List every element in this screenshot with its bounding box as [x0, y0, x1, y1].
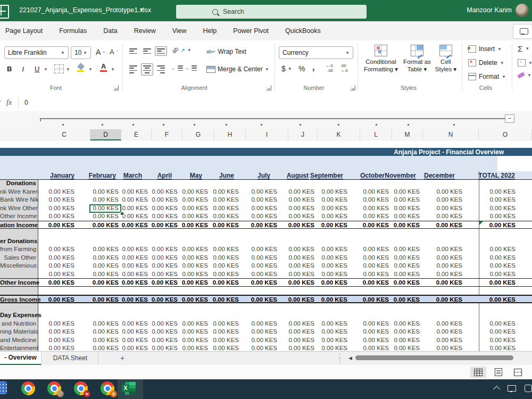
- partial-app-icon[interactable]: [0, 381, 7, 394]
- fill-color-dropdown[interactable]: ▼: [88, 67, 93, 72]
- cell[interactable]: 0.00 KES: [152, 222, 178, 228]
- month-header-may[interactable]: May: [190, 172, 202, 179]
- taskbar-chrome-icon-s[interactable]: S: [101, 381, 115, 396]
- cell[interactable]: 0.00 KES: [122, 296, 148, 303]
- error-flag-icon[interactable]: [479, 221, 483, 225]
- cell[interactable]: 0.00 KES: [394, 196, 420, 203]
- cell[interactable]: 0.00 KES: [363, 254, 389, 261]
- cell[interactable]: 0.00 KES: [122, 328, 148, 335]
- cell[interactable]: 0.00 KES: [93, 337, 119, 343]
- cell[interactable]: 0.00 KES: [48, 320, 74, 327]
- cell[interactable]: 0.00 KES: [251, 188, 277, 195]
- cell[interactable]: 0.00 KES: [182, 213, 208, 219]
- cell[interactable]: 0.00 KES: [182, 254, 208, 261]
- cell[interactable]: 0.00 KES: [213, 328, 239, 335]
- cell[interactable]: 0.00 KES: [251, 205, 277, 211]
- cell[interactable]: 0.00 KES: [213, 296, 239, 303]
- cell[interactable]: 0.00 KES: [321, 213, 347, 219]
- ribbon-tab-page-layout[interactable]: Page Layout: [5, 27, 43, 35]
- cell[interactable]: 0.00 KES: [122, 196, 148, 203]
- month-header-january[interactable]: January: [50, 172, 74, 179]
- cell[interactable]: 0.00 KES: [182, 188, 208, 195]
- delete-cells-button[interactable]: × Delete▼: [468, 59, 504, 66]
- cell[interactable]: 0.00 KES: [182, 262, 208, 269]
- month-header-october[interactable]: October: [360, 172, 385, 179]
- cell[interactable]: 0.00 KES: [394, 320, 420, 327]
- column-header-G[interactable]: G: [182, 129, 214, 140]
- taskbar-chrome-icon-n[interactable]: N: [74, 381, 88, 396]
- cell[interactable]: 0.00 KES: [93, 271, 119, 277]
- cell[interactable]: 0.00 KES: [48, 262, 74, 269]
- cell[interactable]: 0.00 KES: [251, 196, 277, 203]
- cell[interactable]: 0.00 KES: [489, 254, 516, 261]
- cell[interactable]: 0.00 KES: [213, 345, 239, 351]
- cell[interactable]: 0.00 KES: [182, 328, 208, 335]
- cell[interactable]: 0.00 KES: [321, 337, 347, 343]
- network-display-icon[interactable]: [508, 385, 516, 392]
- cell[interactable]: 0.00 KES: [122, 246, 148, 252]
- cell[interactable]: 0.00 KES: [122, 345, 148, 351]
- cell[interactable]: 0.00 KES: [489, 262, 516, 269]
- cell[interactable]: 0.00 KES: [394, 205, 420, 211]
- selected-cell-outline[interactable]: [89, 204, 121, 213]
- month-header-april[interactable]: April: [157, 172, 172, 179]
- percent-style-button[interactable]: %: [297, 63, 306, 74]
- cell[interactable]: 0.00 KES: [288, 246, 314, 252]
- cell[interactable]: 0.00 KES: [363, 246, 389, 252]
- cell[interactable]: 0.00 KES: [321, 246, 347, 252]
- cell[interactable]: 0.00 KES: [152, 345, 178, 351]
- cell[interactable]: 0.00 KES: [489, 213, 516, 219]
- decrease-decimal-button[interactable]: .00→.0: [340, 63, 348, 73]
- cell[interactable]: 0.00 KES: [152, 246, 178, 252]
- cell[interactable]: 0.00 KES: [288, 271, 314, 277]
- cell[interactable]: 0.00 KES: [489, 205, 516, 211]
- ribbon-tab-help[interactable]: Help: [203, 27, 217, 35]
- cell[interactable]: 0.00 KES: [152, 320, 178, 327]
- outline-collapse-button[interactable]: −: [505, 114, 514, 123]
- cell[interactable]: 0.00 KES: [436, 320, 462, 327]
- column-header-C[interactable]: C: [38, 129, 90, 140]
- sheet-tab-data[interactable]: DATA Sheet: [43, 352, 98, 365]
- cell[interactable]: 0.00 KES: [436, 296, 462, 303]
- cell[interactable]: 0.00 KES: [182, 196, 208, 203]
- ribbon-tab-data[interactable]: Data: [103, 27, 117, 35]
- row-label[interactable]: Sales Other: [0, 254, 36, 261]
- cell[interactable]: 0.00 KES: [213, 205, 239, 211]
- cell[interactable]: 0.00 KES: [436, 345, 462, 351]
- cell[interactable]: 0.00 KES: [394, 213, 420, 219]
- cell[interactable]: 0.00 KES: [48, 213, 74, 219]
- row-label[interactable]: Bank Wire Nik: [0, 196, 36, 203]
- cell[interactable]: 0.00 KES: [48, 205, 74, 211]
- user-name[interactable]: Manzoor Karim: [467, 6, 512, 14]
- page-layout-view-button[interactable]: [491, 367, 506, 378]
- cell[interactable]: 0.00 KES: [251, 337, 277, 343]
- cell[interactable]: 0.00 KES: [489, 222, 516, 228]
- orientation-button[interactable]: ab ↗▼: [170, 45, 193, 55]
- cell[interactable]: 0.00 KES: [213, 196, 239, 203]
- align-top-button[interactable]: [128, 47, 139, 55]
- column-header-H[interactable]: H: [214, 129, 246, 140]
- cell[interactable]: 0.00 KES: [436, 222, 462, 228]
- cell[interactable]: 0.00 KES: [363, 337, 389, 343]
- taskbar-chrome-icon[interactable]: [47, 381, 62, 396]
- cell[interactable]: 0.00 KES: [93, 296, 119, 303]
- cell[interactable]: 0.00 KES: [213, 246, 239, 252]
- cell[interactable]: 0.00 KES: [288, 320, 314, 327]
- page-break-view-button[interactable]: [510, 367, 526, 378]
- cell[interactable]: 0.00 KES: [489, 188, 516, 195]
- cell[interactable]: 0.00 KES: [489, 296, 516, 303]
- comments-button[interactable]: [513, 24, 532, 39]
- cell[interactable]: 0.00 KES: [489, 345, 516, 351]
- cell[interactable]: 0.00 KES: [182, 345, 208, 351]
- cell[interactable]: 0.00 KES: [489, 279, 516, 286]
- row-label[interactable]: Other Income: [0, 213, 36, 219]
- total-header[interactable]: TOTAL 2022: [478, 172, 515, 179]
- cell[interactable]: 0.00 KES: [48, 188, 74, 195]
- borders-icon[interactable]: [54, 64, 64, 73]
- enter-check-icon[interactable]: ✓: [0, 98, 2, 106]
- tray-app-icon[interactable]: [525, 385, 532, 392]
- cell[interactable]: 0.00 KES: [394, 188, 420, 195]
- scroll-left-arrow[interactable]: ◀: [348, 355, 352, 361]
- cell[interactable]: 0.00 KES: [363, 213, 389, 219]
- cell[interactable]: 0.00 KES: [93, 254, 119, 261]
